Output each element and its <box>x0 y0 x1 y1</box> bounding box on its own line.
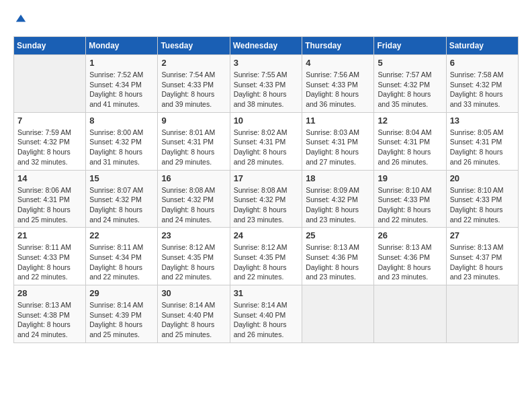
calendar-cell: 30 Sunrise: 8:14 AMSunset: 4:40 PMDaylig… <box>158 285 230 343</box>
day-info: Sunrise: 8:12 AMSunset: 4:35 PMDaylight:… <box>161 242 226 282</box>
calendar-cell: 7 Sunrise: 7:59 AMSunset: 4:32 PMDayligh… <box>14 112 86 170</box>
calendar-cell: 8 Sunrise: 8:00 AMSunset: 4:32 PMDayligh… <box>86 112 158 170</box>
day-info: Sunrise: 8:10 AMSunset: 4:33 PMDaylight:… <box>378 185 442 225</box>
calendar-cell: 6 Sunrise: 7:58 AMSunset: 4:32 PMDayligh… <box>446 55 518 113</box>
calendar-cell: 23 Sunrise: 8:12 AMSunset: 4:35 PMDaylig… <box>158 228 230 285</box>
column-header-wednesday: Wednesday <box>230 37 302 55</box>
day-number: 26 <box>378 230 442 240</box>
day-info: Sunrise: 8:14 AMSunset: 4:39 PMDaylight:… <box>89 300 154 340</box>
day-info: Sunrise: 8:02 AMSunset: 4:31 PMDaylight:… <box>234 128 299 167</box>
calendar-cell: 15 Sunrise: 8:07 AMSunset: 4:32 PMDaylig… <box>86 170 158 228</box>
day-number: 20 <box>450 173 515 183</box>
day-number: 4 <box>306 58 370 68</box>
logo-icon <box>15 13 27 26</box>
calendar-table: SundayMondayTuesdayWednesdayThursdayFrid… <box>13 36 519 343</box>
day-number: 11 <box>306 116 370 126</box>
day-info: Sunrise: 7:56 AMSunset: 4:33 PMDaylight:… <box>306 70 370 109</box>
day-number: 15 <box>89 173 154 183</box>
day-info: Sunrise: 8:14 AMSunset: 4:40 PMDaylight:… <box>161 300 226 340</box>
calendar-cell: 19 Sunrise: 8:10 AMSunset: 4:33 PMDaylig… <box>374 170 446 228</box>
day-info: Sunrise: 8:12 AMSunset: 4:35 PMDaylight:… <box>234 242 299 282</box>
day-number: 14 <box>17 173 82 183</box>
day-number: 3 <box>234 58 299 68</box>
calendar-cell: 16 Sunrise: 8:08 AMSunset: 4:32 PMDaylig… <box>158 170 230 228</box>
day-info: Sunrise: 8:13 AMSunset: 4:38 PMDaylight:… <box>17 300 82 340</box>
calendar-cell: 11 Sunrise: 8:03 AMSunset: 4:31 PMDaylig… <box>302 112 374 170</box>
calendar-cell: 20 Sunrise: 8:10 AMSunset: 4:33 PMDaylig… <box>446 170 518 228</box>
day-info: Sunrise: 8:08 AMSunset: 4:32 PMDaylight:… <box>161 185 226 225</box>
logo <box>13 13 28 26</box>
calendar-cell: 12 Sunrise: 8:04 AMSunset: 4:31 PMDaylig… <box>374 112 446 170</box>
day-info: Sunrise: 8:11 AMSunset: 4:33 PMDaylight:… <box>17 242 82 282</box>
calendar-cell: 5 Sunrise: 7:57 AMSunset: 4:32 PMDayligh… <box>374 55 446 113</box>
calendar-cell: 9 Sunrise: 8:01 AMSunset: 4:31 PMDayligh… <box>158 112 230 170</box>
day-info: Sunrise: 8:13 AMSunset: 4:37 PMDaylight:… <box>450 242 515 282</box>
calendar-cell: 13 Sunrise: 8:05 AMSunset: 4:31 PMDaylig… <box>446 112 518 170</box>
calendar-cell <box>302 285 374 343</box>
day-number: 2 <box>161 58 226 68</box>
column-header-friday: Friday <box>374 37 446 55</box>
calendar-cell: 2 Sunrise: 7:54 AMSunset: 4:33 PMDayligh… <box>158 55 230 113</box>
day-number: 28 <box>17 288 82 298</box>
day-info: Sunrise: 8:13 AMSunset: 4:36 PMDaylight:… <box>378 242 442 282</box>
column-header-tuesday: Tuesday <box>158 37 230 55</box>
day-number: 5 <box>378 58 442 68</box>
day-info: Sunrise: 8:06 AMSunset: 4:31 PMDaylight:… <box>17 185 82 225</box>
day-number: 1 <box>89 58 154 68</box>
calendar-cell <box>446 285 518 343</box>
page-header <box>13 13 519 26</box>
day-info: Sunrise: 8:07 AMSunset: 4:32 PMDaylight:… <box>89 185 154 225</box>
day-number: 21 <box>17 230 82 240</box>
calendar-cell: 3 Sunrise: 7:55 AMSunset: 4:33 PMDayligh… <box>230 55 302 113</box>
day-number: 24 <box>234 230 299 240</box>
calendar-cell: 14 Sunrise: 8:06 AMSunset: 4:31 PMDaylig… <box>14 170 86 228</box>
calendar-cell: 22 Sunrise: 8:11 AMSunset: 4:34 PMDaylig… <box>86 228 158 285</box>
calendar-cell: 25 Sunrise: 8:13 AMSunset: 4:36 PMDaylig… <box>302 228 374 285</box>
column-header-monday: Monday <box>86 37 158 55</box>
day-number: 22 <box>89 230 154 240</box>
day-number: 27 <box>450 230 515 240</box>
day-info: Sunrise: 7:59 AMSunset: 4:32 PMDaylight:… <box>17 128 82 167</box>
calendar-cell: 24 Sunrise: 8:12 AMSunset: 4:35 PMDaylig… <box>230 228 302 285</box>
day-info: Sunrise: 8:10 AMSunset: 4:33 PMDaylight:… <box>450 185 515 225</box>
day-number: 23 <box>161 230 226 240</box>
day-number: 17 <box>234 173 299 183</box>
day-number: 16 <box>161 173 226 183</box>
day-info: Sunrise: 7:57 AMSunset: 4:32 PMDaylight:… <box>378 70 442 109</box>
calendar-header: SundayMondayTuesdayWednesdayThursdayFrid… <box>14 37 519 55</box>
day-info: Sunrise: 8:01 AMSunset: 4:31 PMDaylight:… <box>161 128 226 167</box>
day-info: Sunrise: 8:11 AMSunset: 4:34 PMDaylight:… <box>89 242 154 282</box>
calendar-cell <box>374 285 446 343</box>
calendar-cell: 28 Sunrise: 8:13 AMSunset: 4:38 PMDaylig… <box>14 285 86 343</box>
day-info: Sunrise: 8:03 AMSunset: 4:31 PMDaylight:… <box>306 128 370 167</box>
calendar-cell: 1 Sunrise: 7:52 AMSunset: 4:34 PMDayligh… <box>86 55 158 113</box>
calendar-cell: 21 Sunrise: 8:11 AMSunset: 4:33 PMDaylig… <box>14 228 86 285</box>
day-number: 8 <box>89 116 154 126</box>
calendar-cell <box>14 55 86 113</box>
day-info: Sunrise: 7:55 AMSunset: 4:33 PMDaylight:… <box>234 70 299 109</box>
day-info: Sunrise: 7:54 AMSunset: 4:33 PMDaylight:… <box>161 70 226 109</box>
day-number: 31 <box>234 288 299 298</box>
day-number: 30 <box>161 288 226 298</box>
day-number: 18 <box>306 173 370 183</box>
day-number: 9 <box>161 116 226 126</box>
day-number: 12 <box>378 116 442 126</box>
day-info: Sunrise: 7:58 AMSunset: 4:32 PMDaylight:… <box>450 70 515 109</box>
day-number: 25 <box>306 230 370 240</box>
day-number: 29 <box>89 288 154 298</box>
day-info: Sunrise: 8:00 AMSunset: 4:32 PMDaylight:… <box>89 128 154 167</box>
day-info: Sunrise: 7:52 AMSunset: 4:34 PMDaylight:… <box>89 70 154 109</box>
day-number: 7 <box>17 116 82 126</box>
calendar-cell: 17 Sunrise: 8:08 AMSunset: 4:32 PMDaylig… <box>230 170 302 228</box>
day-number: 6 <box>450 58 515 68</box>
day-info: Sunrise: 8:04 AMSunset: 4:31 PMDaylight:… <box>378 128 442 167</box>
svg-marker-0 <box>16 15 26 22</box>
day-info: Sunrise: 8:09 AMSunset: 4:32 PMDaylight:… <box>306 185 370 225</box>
day-number: 10 <box>234 116 299 126</box>
day-info: Sunrise: 8:14 AMSunset: 4:40 PMDaylight:… <box>234 300 299 340</box>
calendar-cell: 10 Sunrise: 8:02 AMSunset: 4:31 PMDaylig… <box>230 112 302 170</box>
day-info: Sunrise: 8:05 AMSunset: 4:31 PMDaylight:… <box>450 128 515 167</box>
day-info: Sunrise: 8:13 AMSunset: 4:36 PMDaylight:… <box>306 242 370 282</box>
calendar-cell: 26 Sunrise: 8:13 AMSunset: 4:36 PMDaylig… <box>374 228 446 285</box>
calendar-cell: 4 Sunrise: 7:56 AMSunset: 4:33 PMDayligh… <box>302 55 374 113</box>
